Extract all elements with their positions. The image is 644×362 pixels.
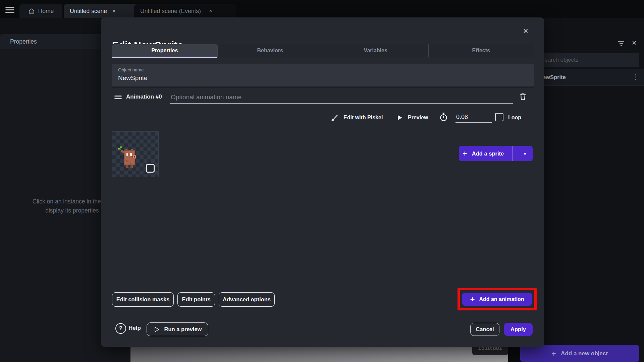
edit-with-piskel-button[interactable]: Edit with Piskel — [330, 113, 383, 122]
play-outline-icon — [153, 326, 160, 333]
add-sprite-button[interactable]: + Add a sprite ▾ — [459, 146, 533, 161]
add-new-object-button[interactable]: + Add a new object — [520, 345, 639, 362]
run-preview-button[interactable]: Run a preview — [147, 322, 208, 336]
drag-handle-icon[interactable] — [114, 96, 122, 99]
tab-effects[interactable]: Effects — [429, 44, 534, 57]
tab-variables[interactable]: Variables — [323, 44, 429, 57]
top-tab-bar: Home Untitled scene × Untitled scene (Ev… — [0, 0, 644, 18]
main-menu-icon[interactable] — [5, 7, 14, 13]
tab-label: Untitled scene — [70, 8, 107, 15]
delete-animation-icon[interactable] — [519, 92, 527, 101]
sprite-frame-thumbnail[interactable] — [112, 131, 159, 177]
edit-collision-masks-button[interactable]: Edit collision masks — [112, 292, 174, 307]
frame-duration-input[interactable] — [455, 112, 492, 123]
brush-icon — [330, 113, 339, 122]
objects-panel: × NewSprite ⋮ — [530, 39, 644, 362]
apply-button[interactable]: Apply — [504, 323, 533, 336]
plus-icon: + — [551, 349, 556, 358]
close-tab-icon[interactable]: × — [209, 8, 212, 14]
object-name-field[interactable]: Object name NewSprite — [112, 64, 534, 87]
tab-label: Home — [38, 8, 54, 15]
filter-icon[interactable] — [617, 40, 625, 47]
animation-title: Animation #0 — [126, 94, 162, 100]
animation-name-input[interactable] — [170, 91, 513, 104]
edit-sprite-dialog: Edit NewSprite × Properties Behaviors Va… — [101, 17, 544, 347]
loop-checkbox[interactable] — [495, 113, 503, 121]
tab-untitled-scene[interactable]: Untitled scene × — [64, 4, 142, 18]
plus-icon: + — [463, 149, 467, 158]
chevron-down-icon[interactable]: ▾ — [517, 146, 533, 161]
object-name-value: NewSprite — [118, 74, 148, 82]
edit-points-button[interactable]: Edit points — [177, 292, 215, 307]
object-menu-icon[interactable]: ⋮ — [632, 73, 639, 81]
search-objects-input[interactable] — [535, 53, 639, 67]
dialog-tabs: Properties Behaviors Variables Effects — [112, 44, 534, 57]
plus-icon: + — [470, 295, 475, 303]
object-list-item[interactable]: NewSprite ⋮ — [530, 69, 644, 86]
preview-button[interactable]: Preview — [396, 113, 428, 122]
cancel-button[interactable]: Cancel — [470, 323, 499, 336]
tab-properties[interactable]: Properties — [112, 44, 218, 57]
close-tab-icon[interactable]: × — [112, 8, 116, 14]
object-name-label: Object name — [118, 67, 144, 72]
close-panel-icon[interactable]: × — [632, 38, 637, 48]
help-button[interactable]: Help — [128, 325, 141, 331]
tab-untitled-scene-events[interactable]: Untitled scene (Events) × — [134, 4, 236, 18]
loop-label: Loop — [508, 113, 521, 122]
timer-icon — [439, 112, 448, 122]
advanced-options-button[interactable]: Advanced options — [219, 292, 275, 307]
add-animation-button[interactable]: + Add an animation — [462, 293, 532, 306]
tab-behaviors[interactable]: Behaviors — [218, 44, 323, 57]
gdevelop-window: Home Untitled scene × Untitled scene (Ev… — [0, 0, 644, 362]
pig-sprite-image — [118, 146, 139, 170]
tab-label: Untitled scene (Events) — [140, 8, 201, 15]
home-icon — [28, 8, 35, 14]
frame-select-checkbox[interactable] — [146, 164, 155, 173]
scene-canvas-edge[interactable]: 1510;801 — [130, 347, 508, 362]
close-dialog-icon[interactable]: × — [520, 25, 532, 37]
play-icon — [396, 114, 403, 121]
help-icon[interactable]: ? — [115, 323, 126, 334]
properties-panel-title: Properties — [10, 38, 37, 45]
highlight-rectangle: + Add an animation — [458, 288, 537, 310]
tab-home[interactable]: Home — [19, 4, 62, 18]
